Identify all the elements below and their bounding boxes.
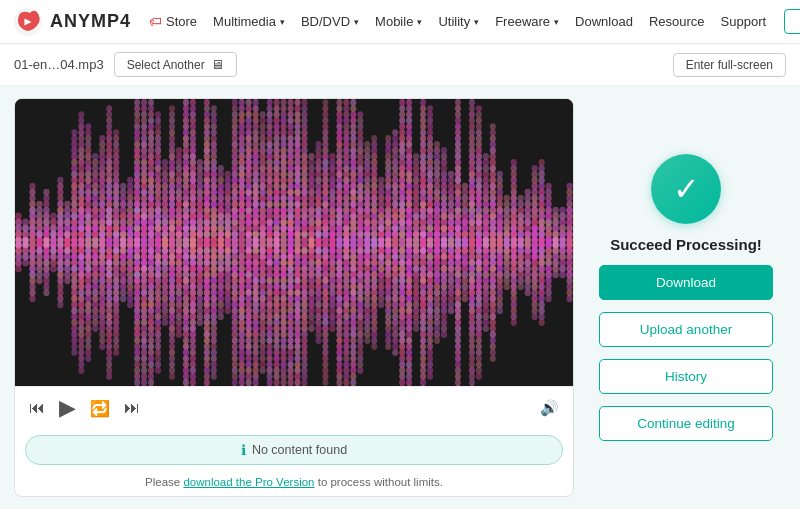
svg-point-577 xyxy=(148,331,154,338)
svg-point-2238 xyxy=(385,153,391,160)
svg-point-2042 xyxy=(350,129,356,136)
svg-point-476 xyxy=(134,105,140,112)
svg-point-2263 xyxy=(392,289,398,296)
nav-download[interactable]: Download xyxy=(575,14,633,29)
svg-point-316 xyxy=(106,207,112,214)
svg-point-569 xyxy=(148,307,154,314)
svg-point-1281 xyxy=(253,301,259,308)
navbar: ANYMP4 🏷 Store Multimedia ▾ BD/DVD ▾ Mob… xyxy=(0,0,800,44)
svg-point-2387 xyxy=(406,349,412,356)
svg-point-1155 xyxy=(239,337,245,344)
svg-point-256 xyxy=(92,189,98,196)
svg-point-2390 xyxy=(406,117,412,124)
svg-point-1969 xyxy=(343,295,349,302)
svg-point-463 xyxy=(134,331,140,338)
svg-point-2096 xyxy=(357,171,363,178)
nav-support[interactable]: Support xyxy=(721,14,767,29)
svg-point-1033 xyxy=(218,277,224,284)
svg-point-2052 xyxy=(350,99,356,106)
svg-point-369 xyxy=(113,289,119,296)
svg-point-1148 xyxy=(239,159,245,166)
svg-point-331 xyxy=(106,313,112,320)
svg-point-638 xyxy=(155,135,161,142)
svg-point-2483 xyxy=(420,343,426,350)
svg-point-943 xyxy=(204,337,210,344)
svg-point-2672 xyxy=(455,153,461,160)
svg-point-565 xyxy=(148,295,154,302)
svg-point-2720 xyxy=(462,183,468,190)
svg-point-177 xyxy=(78,301,84,308)
history-button[interactable]: History xyxy=(599,359,773,394)
svg-point-995 xyxy=(211,301,217,308)
svg-point-2926 xyxy=(504,201,510,208)
svg-point-997 xyxy=(211,307,217,314)
svg-point-693 xyxy=(169,289,175,296)
nav-store[interactable]: 🏷 Store xyxy=(149,14,197,29)
svg-point-145 xyxy=(71,319,77,326)
chevron-icon: ▾ xyxy=(354,17,359,27)
play-button[interactable]: ▶ xyxy=(59,395,76,421)
svg-point-423 xyxy=(127,277,133,284)
nav-resource[interactable]: Resource xyxy=(649,14,705,29)
svg-point-404 xyxy=(120,195,126,202)
rewind-button[interactable]: ⏮ xyxy=(29,399,45,417)
fast-forward-button[interactable]: ⏭ xyxy=(124,399,140,417)
select-another-button[interactable]: Select Another 🖥 xyxy=(114,52,237,77)
svg-point-319 xyxy=(106,277,112,284)
svg-point-210 xyxy=(85,207,91,214)
svg-point-1220 xyxy=(246,147,252,154)
svg-point-146 xyxy=(71,153,77,160)
svg-point-2027 xyxy=(350,301,356,308)
logo[interactable]: ANYMP4 xyxy=(12,6,131,38)
nav-freeware[interactable]: Freeware ▾ xyxy=(495,14,559,29)
fullscreen-button[interactable]: Enter full-screen xyxy=(673,53,786,77)
svg-point-1293 xyxy=(253,337,259,344)
svg-point-344 xyxy=(106,123,112,130)
svg-point-2315 xyxy=(399,331,405,338)
svg-point-380 xyxy=(113,153,119,160)
svg-point-1388 xyxy=(267,171,273,178)
svg-point-1512 xyxy=(280,153,286,160)
svg-point-2168 xyxy=(371,189,377,196)
svg-point-793 xyxy=(183,355,189,362)
svg-point-2888 xyxy=(490,123,496,130)
svg-point-334 xyxy=(106,153,112,160)
svg-point-1391 xyxy=(267,313,273,320)
svg-point-1514 xyxy=(280,147,286,154)
svg-point-794 xyxy=(183,117,189,124)
nav-bddvd[interactable]: BD/DVD ▾ xyxy=(301,14,359,29)
svg-point-1034 xyxy=(218,195,224,202)
svg-point-340 xyxy=(106,135,112,142)
nav-multimedia[interactable]: Multimedia ▾ xyxy=(213,14,285,29)
svg-point-2787 xyxy=(476,277,482,284)
svg-point-2389 xyxy=(406,355,412,362)
svg-point-1846 xyxy=(322,117,328,124)
svg-point-407 xyxy=(120,289,126,296)
svg-point-734 xyxy=(176,201,182,208)
download-button[interactable]: Download xyxy=(599,265,773,300)
svg-point-2090 xyxy=(357,189,363,196)
svg-point-1793 xyxy=(315,301,321,308)
upload-another-button[interactable]: Upload another xyxy=(599,312,773,347)
svg-point-2881 xyxy=(490,331,496,338)
svg-point-2169 xyxy=(371,289,377,296)
svg-point-151 xyxy=(71,337,77,344)
loop-button[interactable]: 🔁 xyxy=(90,399,110,418)
svg-point-2714 xyxy=(462,201,468,208)
svg-point-329 xyxy=(106,307,112,314)
nav-mobile[interactable]: Mobile ▾ xyxy=(375,14,422,29)
svg-point-2605 xyxy=(441,289,447,296)
svg-point-2567 xyxy=(434,277,440,284)
svg-point-1145 xyxy=(239,307,245,314)
svg-point-1521 xyxy=(281,349,287,356)
svg-point-1519 xyxy=(281,343,287,350)
svg-point-845 xyxy=(190,313,196,320)
svg-point-637 xyxy=(155,337,161,344)
svg-point-2769 xyxy=(469,379,475,386)
svg-point-2546 xyxy=(427,123,433,130)
continue-editing-button[interactable]: Continue editing xyxy=(599,406,773,441)
nav-utility[interactable]: Utility ▾ xyxy=(438,14,479,29)
svg-point-2260 xyxy=(392,195,398,202)
login-button[interactable]: Login xyxy=(784,9,800,34)
pro-version-link[interactable]: download the Pro Version xyxy=(183,476,314,488)
